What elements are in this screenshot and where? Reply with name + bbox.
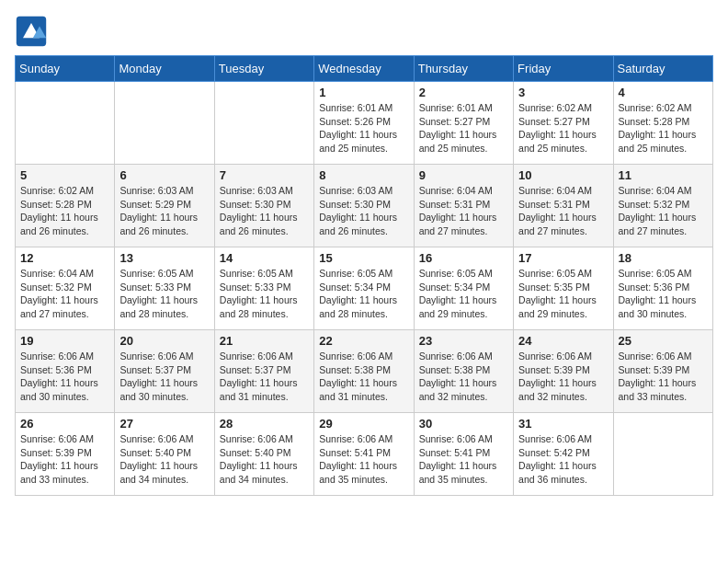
- calendar-cell: 26Sunrise: 6:06 AM Sunset: 5:39 PM Dayli…: [16, 413, 115, 496]
- weekday-header-saturday: Saturday: [613, 56, 712, 82]
- day-info: Sunrise: 6:02 AM Sunset: 5:28 PM Dayligh…: [619, 101, 708, 155]
- week-row-3: 12Sunrise: 6:04 AM Sunset: 5:32 PM Dayli…: [16, 247, 713, 330]
- calendar-cell: 24Sunrise: 6:06 AM Sunset: 5:39 PM Dayli…: [514, 330, 613, 413]
- calendar-cell: 6Sunrise: 6:03 AM Sunset: 5:29 PM Daylig…: [115, 165, 214, 247]
- weekday-header-thursday: Thursday: [414, 56, 513, 82]
- day-info: Sunrise: 6:06 AM Sunset: 5:38 PM Dayligh…: [319, 350, 408, 404]
- day-info: Sunrise: 6:02 AM Sunset: 5:27 PM Dayligh…: [518, 101, 608, 155]
- day-info: Sunrise: 6:01 AM Sunset: 5:27 PM Dayligh…: [419, 101, 508, 155]
- day-info: Sunrise: 6:06 AM Sunset: 5:37 PM Dayligh…: [119, 350, 209, 404]
- day-info: Sunrise: 6:06 AM Sunset: 5:36 PM Dayligh…: [20, 350, 109, 404]
- day-info: Sunrise: 6:04 AM Sunset: 5:31 PM Dayligh…: [518, 184, 608, 238]
- day-number: 16: [419, 251, 508, 265]
- calendar-cell: [613, 413, 712, 496]
- weekday-header-sunday: Sunday: [16, 56, 115, 82]
- day-info: Sunrise: 6:05 AM Sunset: 5:33 PM Dayligh…: [220, 267, 309, 321]
- logo-icon: [15, 15, 48, 48]
- day-info: Sunrise: 6:02 AM Sunset: 5:28 PM Dayligh…: [20, 184, 109, 238]
- calendar-table: SundayMondayTuesdayWednesdayThursdayFrid…: [15, 55, 713, 496]
- calendar-cell: 16Sunrise: 6:05 AM Sunset: 5:34 PM Dayli…: [414, 247, 513, 330]
- week-row-2: 5Sunrise: 6:02 AM Sunset: 5:28 PM Daylig…: [16, 165, 713, 247]
- day-number: 28: [220, 417, 309, 431]
- calendar-cell: 10Sunrise: 6:04 AM Sunset: 5:31 PM Dayli…: [514, 165, 613, 247]
- calendar-cell: 5Sunrise: 6:02 AM Sunset: 5:28 PM Daylig…: [16, 165, 115, 247]
- day-number: 13: [119, 251, 209, 265]
- week-row-4: 19Sunrise: 6:06 AM Sunset: 5:36 PM Dayli…: [16, 330, 713, 413]
- day-info: Sunrise: 6:01 AM Sunset: 5:26 PM Dayligh…: [319, 101, 408, 155]
- calendar-cell: 29Sunrise: 6:06 AM Sunset: 5:41 PM Dayli…: [314, 413, 414, 496]
- day-number: 15: [319, 251, 408, 265]
- day-info: Sunrise: 6:04 AM Sunset: 5:31 PM Dayligh…: [419, 184, 508, 238]
- calendar-cell: 20Sunrise: 6:06 AM Sunset: 5:37 PM Dayli…: [115, 330, 214, 413]
- day-number: 10: [518, 168, 608, 182]
- calendar-cell: 21Sunrise: 6:06 AM Sunset: 5:37 PM Dayli…: [214, 330, 313, 413]
- day-number: 20: [119, 334, 209, 348]
- calendar-cell: 7Sunrise: 6:03 AM Sunset: 5:30 PM Daylig…: [214, 165, 313, 247]
- day-number: 14: [220, 251, 309, 265]
- calendar-cell: 27Sunrise: 6:06 AM Sunset: 5:40 PM Dayli…: [115, 413, 214, 496]
- calendar-cell: 9Sunrise: 6:04 AM Sunset: 5:31 PM Daylig…: [414, 165, 513, 247]
- weekday-header-wednesday: Wednesday: [314, 56, 414, 82]
- calendar-cell: 12Sunrise: 6:04 AM Sunset: 5:32 PM Dayli…: [16, 247, 115, 330]
- calendar-cell: 31Sunrise: 6:06 AM Sunset: 5:42 PM Dayli…: [514, 413, 613, 496]
- day-number: 2: [419, 86, 508, 99]
- day-number: 29: [319, 417, 408, 431]
- page-header: [15, 15, 713, 48]
- calendar-cell: 14Sunrise: 6:05 AM Sunset: 5:33 PM Dayli…: [214, 247, 313, 330]
- calendar-cell: 2Sunrise: 6:01 AM Sunset: 5:27 PM Daylig…: [414, 82, 513, 165]
- calendar-cell: 22Sunrise: 6:06 AM Sunset: 5:38 PM Dayli…: [314, 330, 414, 413]
- day-info: Sunrise: 6:04 AM Sunset: 5:32 PM Dayligh…: [619, 184, 708, 238]
- logo: [15, 15, 53, 48]
- day-number: 18: [619, 251, 708, 265]
- weekday-header-friday: Friday: [514, 56, 613, 82]
- day-number: 17: [518, 251, 608, 265]
- week-row-5: 26Sunrise: 6:06 AM Sunset: 5:39 PM Dayli…: [16, 413, 713, 496]
- calendar-cell: 4Sunrise: 6:02 AM Sunset: 5:28 PM Daylig…: [613, 82, 712, 165]
- day-number: 1: [319, 86, 408, 99]
- day-number: 27: [119, 417, 209, 431]
- calendar-cell: [16, 82, 115, 165]
- day-number: 6: [119, 168, 209, 182]
- day-info: Sunrise: 6:06 AM Sunset: 5:41 PM Dayligh…: [419, 432, 508, 487]
- day-number: 30: [419, 417, 508, 431]
- day-number: 25: [619, 334, 708, 348]
- day-number: 5: [20, 168, 109, 182]
- day-number: 12: [20, 251, 109, 265]
- calendar-cell: 19Sunrise: 6:06 AM Sunset: 5:36 PM Dayli…: [16, 330, 115, 413]
- day-number: 11: [619, 168, 708, 182]
- day-info: Sunrise: 6:06 AM Sunset: 5:41 PM Dayligh…: [319, 432, 408, 487]
- day-info: Sunrise: 6:03 AM Sunset: 5:30 PM Dayligh…: [319, 184, 408, 238]
- day-info: Sunrise: 6:05 AM Sunset: 5:34 PM Dayligh…: [419, 267, 508, 321]
- day-number: 24: [518, 334, 608, 348]
- calendar-cell: 25Sunrise: 6:06 AM Sunset: 5:39 PM Dayli…: [613, 330, 712, 413]
- calendar-cell: [214, 82, 313, 165]
- day-info: Sunrise: 6:05 AM Sunset: 5:34 PM Dayligh…: [319, 267, 408, 321]
- calendar-cell: 1Sunrise: 6:01 AM Sunset: 5:26 PM Daylig…: [314, 82, 414, 165]
- day-number: 22: [319, 334, 408, 348]
- day-info: Sunrise: 6:03 AM Sunset: 5:29 PM Dayligh…: [119, 184, 209, 238]
- day-info: Sunrise: 6:05 AM Sunset: 5:35 PM Dayligh…: [518, 267, 608, 321]
- day-number: 23: [419, 334, 508, 348]
- day-info: Sunrise: 6:06 AM Sunset: 5:39 PM Dayligh…: [619, 350, 708, 404]
- week-row-1: 1Sunrise: 6:01 AM Sunset: 5:26 PM Daylig…: [16, 82, 713, 165]
- day-number: 4: [619, 86, 708, 99]
- day-number: 31: [518, 417, 608, 431]
- calendar-cell: 11Sunrise: 6:04 AM Sunset: 5:32 PM Dayli…: [613, 165, 712, 247]
- day-number: 19: [20, 334, 109, 348]
- day-info: Sunrise: 6:05 AM Sunset: 5:33 PM Dayligh…: [119, 267, 209, 321]
- weekday-header-row: SundayMondayTuesdayWednesdayThursdayFrid…: [16, 56, 713, 82]
- day-info: Sunrise: 6:06 AM Sunset: 5:39 PM Dayligh…: [20, 432, 109, 487]
- day-info: Sunrise: 6:06 AM Sunset: 5:39 PM Dayligh…: [518, 350, 608, 404]
- calendar-cell: 30Sunrise: 6:06 AM Sunset: 5:41 PM Dayli…: [414, 413, 513, 496]
- day-number: 3: [518, 86, 608, 99]
- calendar-cell: 18Sunrise: 6:05 AM Sunset: 5:36 PM Dayli…: [613, 247, 712, 330]
- calendar-cell: 13Sunrise: 6:05 AM Sunset: 5:33 PM Dayli…: [115, 247, 214, 330]
- weekday-header-tuesday: Tuesday: [214, 56, 313, 82]
- calendar-cell: 8Sunrise: 6:03 AM Sunset: 5:30 PM Daylig…: [314, 165, 414, 247]
- calendar-cell: 3Sunrise: 6:02 AM Sunset: 5:27 PM Daylig…: [514, 82, 613, 165]
- day-info: Sunrise: 6:06 AM Sunset: 5:40 PM Dayligh…: [119, 432, 209, 487]
- day-info: Sunrise: 6:04 AM Sunset: 5:32 PM Dayligh…: [20, 267, 109, 321]
- calendar-cell: 23Sunrise: 6:06 AM Sunset: 5:38 PM Dayli…: [414, 330, 513, 413]
- day-info: Sunrise: 6:06 AM Sunset: 5:40 PM Dayligh…: [220, 432, 309, 487]
- calendar-cell: 17Sunrise: 6:05 AM Sunset: 5:35 PM Dayli…: [514, 247, 613, 330]
